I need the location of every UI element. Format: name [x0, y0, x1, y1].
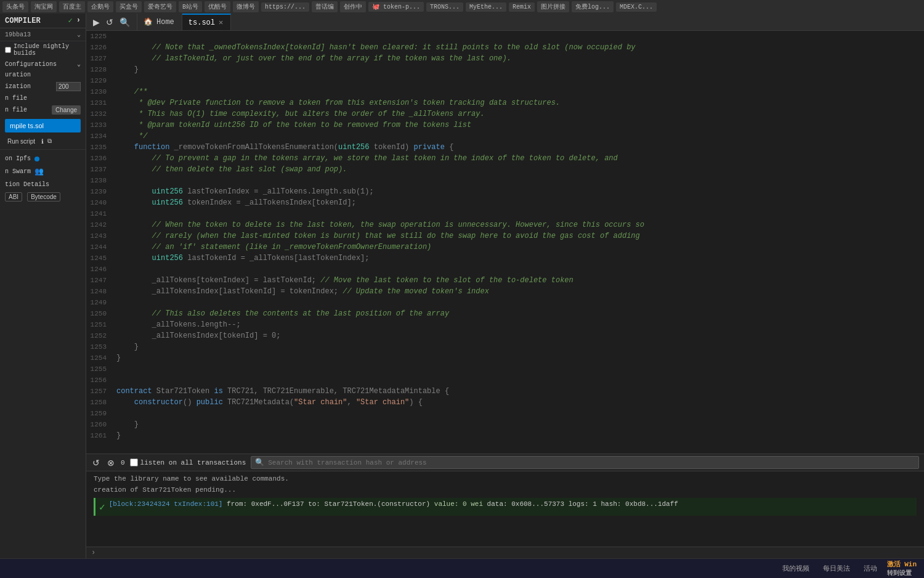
table-row: 1228 } — [86, 64, 924, 75]
line-number: 1232 — [86, 108, 114, 120]
run-info-icon[interactable]: ℹ — [41, 138, 44, 145]
taskbar-item-1[interactable]: 我的视频 — [779, 563, 813, 574]
run-copy-icon[interactable]: ⧉ — [47, 138, 52, 145]
taskbar-item-2[interactable]: 每日美法 — [819, 563, 854, 574]
line-number: 1242 — [86, 219, 114, 230]
swarm-label: n Swarm — [5, 168, 31, 175]
uration-label: uration — [5, 71, 31, 78]
swarm-row[interactable]: n Swarm 👥 — [0, 165, 86, 179]
browser-tab[interactable]: 微博号 — [233, 1, 259, 12]
version-dropdown-icon[interactable]: ⌄ — [77, 31, 81, 38]
line-number: 1230 — [86, 86, 114, 97]
browser-tab[interactable]: 爱奇艺号 — [144, 1, 176, 12]
play-button[interactable]: ▶ — [91, 18, 102, 26]
line-number: 1243 — [86, 230, 114, 242]
code-editor[interactable]: 12251226 // Note that _ownedTokensIndex[… — [86, 31, 924, 454]
line-content: // This also deletes the contents at the… — [114, 308, 924, 319]
browser-tab[interactable]: 图片拼接 — [537, 1, 569, 12]
browser-tab[interactable]: 淘宝网 — [31, 1, 57, 12]
step-button[interactable]: ↺ — [104, 18, 115, 26]
browser-tab[interactable]: 免费log... — [572, 1, 614, 12]
table-row: 1238 — [86, 175, 924, 186]
config-dropdown-icon[interactable]: ⌄ — [77, 60, 81, 68]
listen-checkbox[interactable] — [130, 458, 138, 466]
activate-sub: 转到设置 — [887, 569, 917, 577]
browser-tab[interactable]: 优酷号 — [205, 1, 230, 12]
table-row: 1229 — [86, 75, 924, 86]
nightly-builds-item[interactable]: Include nightly builds — [0, 41, 86, 59]
tab-close-icon[interactable]: ✕ — [219, 19, 223, 26]
bottom-expand[interactable]: › — [86, 547, 924, 558]
line-number: 1226 — [86, 42, 114, 53]
line-number: 1235 — [86, 142, 114, 153]
tab-controls: ▶ ↺ 🔍 — [86, 14, 137, 30]
console-line-2: creation of Star721Token pending... — [94, 485, 917, 496]
run-button[interactable]: Run script — [5, 137, 38, 146]
line-number: 1225 — [86, 31, 114, 42]
file-item: n file — [0, 93, 86, 104]
chevron-right-icon[interactable]: › — [76, 16, 81, 25]
browser-tab[interactable]: MDEX.C... — [616, 2, 657, 12]
change-button[interactable]: Change — [52, 105, 81, 115]
console-text-1: Type the library name to see available c… — [94, 475, 289, 482]
search-icon: 🔍 — [255, 458, 264, 467]
optimization-input[interactable]: 200 — [56, 82, 81, 91]
table-row: 1257contract Star721Token is TRC721, TRC… — [86, 386, 924, 397]
badge-count: 0 — [121, 459, 125, 466]
table-row: 1244 // an 'if' statement (like in _remo… — [86, 242, 924, 253]
browser-tab[interactable]: B站号 — [179, 1, 202, 12]
line-number: 1238 — [86, 175, 114, 186]
optimization-item: ization 200 — [0, 80, 86, 93]
browser-tab[interactable]: 🐙 token-p... — [368, 2, 424, 12]
clear-button[interactable]: ↺ — [91, 458, 101, 468]
search-box[interactable]: 🔍 — [251, 456, 919, 469]
line-content: } — [114, 64, 924, 75]
table-row: 1251 _allTokens.length--; — [86, 319, 924, 330]
ipfs-row[interactable]: on Ipfs — [0, 153, 86, 165]
line-content: // To prevent a gap in the tokens array,… — [114, 153, 924, 164]
table-row: 1252 _allTokensIndex[tokenId] = 0; — [86, 330, 924, 341]
bytecode-button[interactable]: Bytecode — [27, 192, 60, 201]
browser-tab[interactable]: TRONS... — [426, 2, 463, 12]
browser-tab[interactable]: 头条号 — [2, 1, 28, 12]
table-row: 1243 // rarely (when the last-minted tok… — [86, 230, 924, 242]
browser-tab[interactable]: https://... — [261, 2, 309, 12]
line-content — [114, 175, 924, 186]
search-input[interactable] — [268, 459, 915, 466]
browser-tab[interactable]: MyEthe... — [466, 2, 506, 12]
browser-tab[interactable]: 百度主 — [59, 1, 85, 12]
browser-tab[interactable]: 买盒号 — [116, 1, 142, 12]
tab-bar: ▶ ↺ 🔍 🏠 Home ts.sol ✕ — [86, 14, 924, 31]
taskbar-item-3[interactable]: 活动 — [860, 563, 881, 574]
tab-home[interactable]: 🏠 Home — [137, 14, 182, 30]
sidebar-title: COMPILER — [5, 17, 41, 25]
browser-tab[interactable]: Remix — [509, 2, 535, 12]
table-row: 1242 // When the token to delete is the … — [86, 219, 924, 230]
table-row: 1254} — [86, 352, 924, 364]
browser-tab[interactable]: 创作中 — [340, 1, 366, 12]
stop-button[interactable]: 🔍 — [118, 18, 132, 26]
line-content: // then delete the last slot (swap and p… — [114, 164, 924, 175]
stop-listen-button[interactable]: ⊗ — [106, 458, 116, 468]
table-row: 1248 _allTokensIndex[lastTokenId] = toke… — [86, 286, 924, 297]
win-activate[interactable]: 激活 Win 转到设置 — [887, 560, 917, 577]
line-content — [114, 364, 924, 375]
abi-button[interactable]: ABI — [5, 192, 22, 201]
line-content: uint256 lastTokenId = _allTokens[lastTok… — [114, 253, 924, 264]
nightly-checkbox[interactable] — [5, 47, 11, 53]
run-script-row: Run script ℹ ⧉ — [0, 135, 86, 148]
success-row: ✓ [block:23424324 txIndex:101] from: 0xe… — [94, 498, 917, 516]
browser-tab[interactable]: 企鹅号 — [87, 1, 113, 12]
tab-file[interactable]: ts.sol ✕ — [182, 14, 231, 30]
json-item: n file Change — [0, 104, 86, 116]
compile-button[interactable]: mpile ts.sol — [5, 119, 81, 132]
table-row: 1227 // lastTokenId, or just over the en… — [86, 53, 924, 64]
line-number: 1233 — [86, 120, 114, 131]
line-content: } — [114, 341, 924, 352]
table-row: 1255 — [86, 364, 924, 375]
check-icon[interactable]: ✓ — [68, 16, 73, 25]
configurations-item[interactable]: Configurations ⌄ — [0, 59, 86, 70]
table-row: 1246 — [86, 264, 924, 275]
details-item[interactable]: tion Details — [0, 179, 86, 190]
browser-tab[interactable]: 普话编 — [312, 1, 338, 12]
